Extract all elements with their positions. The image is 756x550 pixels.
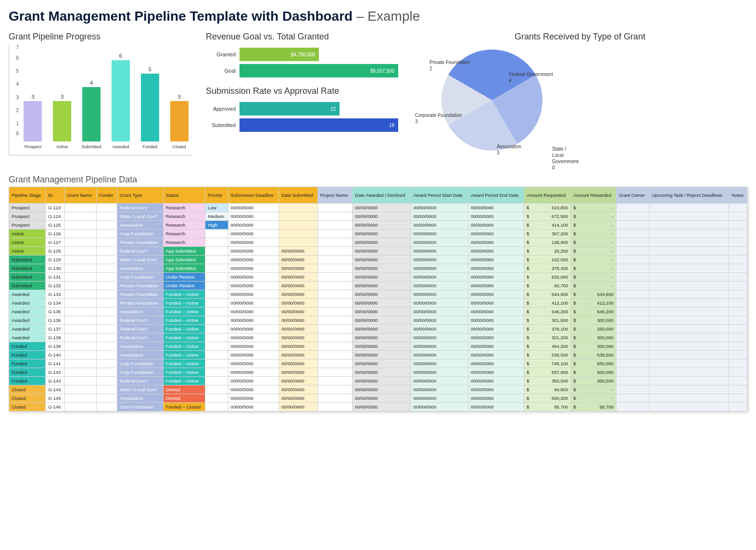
col-header[interactable]: Status: [163, 187, 205, 204]
table-row[interactable]: Closed G-146 Corp Foundation Funded – Cl…: [9, 403, 747, 411]
col-header[interactable]: Grant Name: [64, 187, 96, 204]
dashboard: Grant Pipeline Progress 76543210 3 Prosp…: [9, 32, 747, 165]
table-title: Grant Management Pipeline Data: [9, 175, 747, 185]
table-row[interactable]: Funded G-139 Association Funded – Active…: [9, 342, 747, 351]
table-row[interactable]: Awarded G-135 Association Funded – Activ…: [9, 307, 747, 316]
table-row[interactable]: Closed G-144 State / Local Gov't Denied …: [9, 385, 747, 394]
chart-title: Submission Rate vs Approval Rate: [206, 86, 398, 96]
table-row[interactable]: Closed G-145 Association Denied 00/00/00…: [9, 394, 747, 403]
table-row[interactable]: Submitted G-131 Corp Foundation Under Re…: [9, 273, 747, 281]
table-row[interactable]: Active G-127 Private Foundation Research…: [9, 238, 747, 247]
hbar-submitted: Submitted 19: [206, 118, 398, 132]
col-header[interactable]: Grant Type: [117, 187, 163, 204]
grants-by-type-pie: Federal Government4Association3Corporate…: [413, 45, 571, 165]
table-row[interactable]: Submitted G-129 State / Local Gov't App …: [9, 256, 747, 264]
table-row[interactable]: Awarded G-136 Federal Gov't Funded – Act…: [9, 316, 747, 325]
col-header[interactable]: Date Submitted: [279, 187, 318, 204]
table-row[interactable]: Awarded G-137 Federal Gov't Funded – Act…: [9, 325, 747, 333]
table-row[interactable]: Funded G-141 Corp Foundation Funded – Ac…: [9, 359, 747, 368]
table-row[interactable]: Prospect G-125 Association Research High…: [9, 221, 747, 230]
table-row[interactable]: Funded G-142 Corp Foundation Funded – Ac…: [9, 368, 747, 377]
col-header[interactable]: Award Period Start Date: [411, 187, 468, 204]
table-row[interactable]: Prospect G-123 Federal Gov't Research Lo…: [9, 204, 747, 212]
pie-label: Association3: [497, 143, 521, 156]
hbar-approved: Approved 12: [206, 102, 398, 115]
middle-charts-panel: Revenue Goal vs. Total Granted Granted $…: [206, 32, 398, 165]
col-header[interactable]: Award Period End Date: [468, 187, 524, 204]
table-row[interactable]: Funded G-140 Association Funded – Active…: [9, 351, 747, 359]
col-header[interactable]: Amount Requested: [524, 187, 570, 204]
pipeline-progress-panel: Grant Pipeline Progress 76543210 3 Prosp…: [9, 32, 191, 165]
chart-title: Grant Pipeline Progress: [9, 32, 191, 42]
bar-funded: 5 Funded: [138, 47, 162, 141]
revenue-goal-chart: Granted $4,788,600 Goal $9,557,500: [206, 45, 398, 80]
table-row[interactable]: Awarded G-133 Private Foundation Funded …: [9, 290, 747, 299]
page-title: Grant Management Pipeline Template with …: [9, 9, 747, 24]
pipeline-table-container: Pipeline StageIDGrant NameFunderGrant Ty…: [9, 187, 747, 411]
bar-closed: 3 Closed: [167, 47, 191, 141]
col-header[interactable]: Project Name: [317, 187, 352, 204]
table-row[interactable]: Submitted G-130 Association App Submitte…: [9, 264, 747, 273]
bar-active: 3 Active: [50, 47, 75, 141]
col-header[interactable]: Pipeline Stage: [9, 187, 46, 204]
table-header-row: Pipeline StageIDGrant NameFunderGrant Ty…: [9, 187, 747, 204]
hbar-goal: Goal $9,557,500: [206, 64, 398, 77]
table-row[interactable]: Funded G-143 Federal Gov't Funded – Acti…: [9, 377, 747, 385]
chart-title: Grants Received by Type of Grant: [413, 32, 747, 42]
col-header[interactable]: Upcoming Task / Report Deadlines: [649, 187, 729, 204]
pipeline-table: Pipeline StageIDGrant NameFunderGrant Ty…: [9, 187, 747, 411]
table-row[interactable]: Submitted G-132 Private Foundation Under…: [9, 281, 747, 290]
col-header[interactable]: ID: [46, 187, 64, 204]
pipeline-progress-chart: 76543210 3 Prospect 3 Active 4 Submitted…: [9, 45, 191, 155]
pie-label: Corporate Foundation3: [415, 112, 462, 125]
hbar-granted: Granted $4,788,600: [206, 48, 398, 61]
chart-title: Revenue Goal vs. Total Granted: [206, 32, 398, 42]
bar-prospect: 3 Prospect: [21, 47, 45, 141]
bar-awarded: 6 Awarded: [108, 47, 133, 141]
grants-by-type-panel: Grants Received by Type of Grant Federal…: [413, 32, 747, 165]
col-header[interactable]: Notes: [729, 187, 747, 204]
col-header[interactable]: Amount Rewarded: [571, 187, 616, 204]
col-header[interactable]: Funder: [96, 187, 117, 204]
table-row[interactable]: Prospect G-124 State / Local Gov't Resea…: [9, 212, 747, 221]
submission-approval-chart: Approved 12 Submitted 19: [206, 99, 398, 135]
col-header[interactable]: Date Awarded / Declined: [353, 187, 411, 204]
table-row[interactable]: Active G-126 Corp Foundation Research 00…: [9, 230, 747, 238]
col-header[interactable]: Priority: [205, 187, 228, 204]
pie-label: Federal Government4: [509, 71, 553, 84]
bar-submitted: 4 Submitted: [79, 47, 104, 141]
table-row[interactable]: Awarded G-138 Federal Gov't Funded – Act…: [9, 333, 747, 342]
col-header[interactable]: Submission Deadline: [228, 187, 279, 204]
pie-label: Private Foundation2: [429, 59, 470, 72]
table-row[interactable]: Awarded G-134 Private Foundation Funded …: [9, 299, 747, 307]
col-header[interactable]: Grant Owner: [616, 187, 649, 204]
table-row[interactable]: Active G-128 Federal Gov't App Submitted…: [9, 247, 747, 256]
pie-label: State / Local Government0: [552, 146, 579, 171]
